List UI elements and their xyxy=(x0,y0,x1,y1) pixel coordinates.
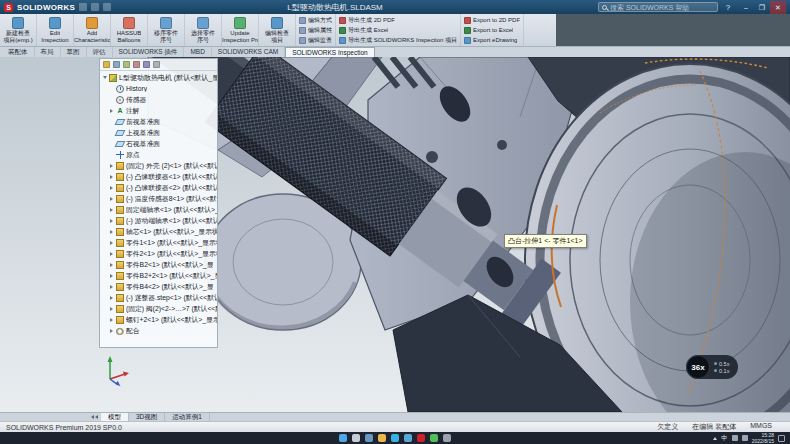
tree-item[interactable]: 螺钉+2<1> (默认<<默认>_显示状 xyxy=(102,314,217,325)
document-tab[interactable]: 运动算例1 xyxy=(165,413,210,421)
ribbon-small-button[interactable]: 导出生成 Excel xyxy=(339,26,457,35)
tree-item[interactable]: 配合 xyxy=(102,325,217,336)
tree-item[interactable]: 原点 xyxy=(102,149,217,160)
ribbon-small-button[interactable]: Export to Excel xyxy=(464,26,520,35)
volume-icon[interactable] xyxy=(732,435,738,441)
ribbon-tab[interactable]: SOLIDWORKS 插件 xyxy=(113,47,185,57)
ribbon-button[interactable]: HASSUB Balloons xyxy=(111,14,148,46)
expand-icon[interactable] xyxy=(110,219,113,223)
ribbon-small-button[interactable]: 导出生成 2D PDF xyxy=(339,16,457,25)
ribbon-small-button[interactable]: 导出生成 SOLIDWORKS Inspection 项目 xyxy=(339,36,457,45)
collapse-icon[interactable] xyxy=(103,76,107,79)
tree-item[interactable]: 固定端轴承<1> (默认<<默认>_显示状 xyxy=(102,204,217,215)
tree-item[interactable]: (-) 凸缘联接器<1> (默认<<默认>_显 xyxy=(102,171,217,182)
open-document-icon[interactable] xyxy=(91,3,99,11)
tree-item[interactable]: 传感器 xyxy=(102,94,217,105)
ribbon-button[interactable]: 编辑检查 项目 xyxy=(259,14,296,46)
tray-chevron-icon[interactable] xyxy=(713,437,717,440)
help-button[interactable]: ? xyxy=(722,3,734,12)
wechat-icon[interactable] xyxy=(430,434,438,442)
tree-item[interactable]: (-) 迷整器.step<1> (默认<<默认>_ xyxy=(102,292,217,303)
close-button[interactable]: ✕ xyxy=(770,1,786,14)
ribbon-tab[interactable]: MBD xyxy=(184,47,211,57)
expand-icon[interactable] xyxy=(110,197,113,201)
expand-icon[interactable] xyxy=(110,252,113,256)
feature-tree-root[interactable]: L型驱动散热电机 (默认<默认_显示状 xyxy=(102,72,217,83)
ribbon-tab[interactable]: 布局 xyxy=(35,47,61,57)
ime-indicator[interactable]: 中 xyxy=(721,432,728,444)
minimize-button[interactable]: – xyxy=(738,1,754,14)
expand-icon[interactable] xyxy=(110,296,113,300)
expand-icon[interactable] xyxy=(110,329,113,333)
ribbon-button[interactable]: 移序零件 序号 xyxy=(148,14,185,46)
expand-icon[interactable] xyxy=(110,241,113,245)
tree-item[interactable]: 上视基准面 xyxy=(102,127,217,138)
ribbon-small-button[interactable]: Export eDrawing xyxy=(464,36,520,45)
ribbon-tab[interactable]: 装配体 xyxy=(2,47,35,57)
expand-icon[interactable] xyxy=(110,109,113,113)
tree-item[interactable]: 零件B2<1> (默认<<默认>_显 xyxy=(102,259,217,270)
expand-icon[interactable] xyxy=(110,164,113,168)
notification-icon[interactable] xyxy=(778,435,785,442)
displaymanager-icon[interactable] xyxy=(143,61,150,68)
ribbon-small-button[interactable]: 编辑监查 xyxy=(299,36,332,45)
tree-item[interactable]: (-) 凸缘联接器<2> (默认<<默认>_显 xyxy=(102,182,217,193)
maximize-button[interactable]: ❐ xyxy=(754,1,770,14)
tree-item[interactable]: (-) 温度传感器8<1> (默认<<默认>_ xyxy=(102,193,217,204)
solidworks-icon[interactable] xyxy=(417,434,425,442)
expand-icon[interactable] xyxy=(110,285,113,289)
start-icon[interactable] xyxy=(339,434,347,442)
search-icon[interactable] xyxy=(352,434,360,442)
tray-clock[interactable]: 15:28 2022/8/15 xyxy=(752,433,774,444)
tree-item[interactable]: 前视基准面 xyxy=(102,116,217,127)
expand-icon[interactable] xyxy=(110,307,113,311)
tree-item[interactable]: (固定) 阀(2)<2->…>7 (默认<<默认> xyxy=(102,303,217,314)
expand-icon[interactable] xyxy=(110,230,113,234)
ribbon-button[interactable]: Edit Inspection xyxy=(37,14,74,46)
ribbon-tab[interactable]: 草图 xyxy=(61,47,87,57)
edge-browser-icon[interactable] xyxy=(391,434,399,442)
dimxpertmanager-icon[interactable] xyxy=(133,61,140,68)
ribbon-small-button[interactable]: Export to 2D PDF xyxy=(464,16,520,25)
tree-item[interactable]: (-) 游动端轴承<1> (默认<<默认>_显 xyxy=(102,215,217,226)
expand-icon[interactable] xyxy=(110,175,113,179)
file-explorer-icon[interactable] xyxy=(378,434,386,442)
ribbon-tab[interactable]: SOLIDWORKS Inspection xyxy=(285,47,375,57)
task-view-icon[interactable] xyxy=(365,434,373,442)
expand-icon[interactable] xyxy=(110,274,113,278)
document-tab[interactable]: 3D视图 xyxy=(129,413,165,421)
new-document-icon[interactable] xyxy=(79,3,87,11)
search-input[interactable] xyxy=(610,4,714,11)
microsoft-store-icon[interactable] xyxy=(404,434,412,442)
ribbon-button[interactable]: Update Inspection Project xyxy=(222,14,259,46)
tree-item[interactable]: 零件B4<2> (默认<<默认>_显 xyxy=(102,281,217,292)
ribbon-tab[interactable]: SOLIDWORKS CAM xyxy=(212,47,285,57)
ribbon-button[interactable]: Add Characteristic xyxy=(74,14,111,46)
tab-scroll-icons[interactable] xyxy=(88,413,101,421)
tree-item[interactable]: 注解 xyxy=(102,105,217,116)
ribbon-button[interactable]: 新建检查 项目(emp.) xyxy=(0,14,37,46)
tree-item[interactable]: 零件1<1> (默认<<默认>_显示状态 xyxy=(102,237,217,248)
tree-item[interactable]: (固定) 外壳 (2)<1> (默认<<默认>_显示状 xyxy=(102,160,217,171)
expand-icon[interactable] xyxy=(110,186,113,190)
tree-item[interactable]: 零件2<1> (默认<<默认>_显示状态 xyxy=(102,248,217,259)
propertymanager-icon[interactable] xyxy=(113,61,120,68)
document-tab[interactable]: 模型 xyxy=(101,413,129,421)
tree-item[interactable]: 零件B2+2<1> (默认<<默认>_显 xyxy=(102,270,217,281)
ribbon-small-button[interactable]: 编辑属性 xyxy=(299,26,332,35)
configurationmanager-icon[interactable] xyxy=(123,61,130,68)
ribbon-small-button[interactable]: 编辑方式 xyxy=(299,16,332,25)
help-search[interactable] xyxy=(598,2,718,12)
expand-icon[interactable] xyxy=(110,263,113,267)
ribbon-tab[interactable]: 评估 xyxy=(87,47,113,57)
network-icon[interactable] xyxy=(742,435,748,441)
ribbon-button[interactable]: 选择零件 序号 xyxy=(185,14,222,46)
tree-item[interactable]: History xyxy=(102,83,217,94)
save-document-icon[interactable] xyxy=(103,3,111,11)
tree-item[interactable]: 右视基准面 xyxy=(102,138,217,149)
settings-icon[interactable] xyxy=(443,434,451,442)
featuremanager-tree-icon[interactable] xyxy=(103,61,110,68)
expand-icon[interactable] xyxy=(110,318,113,322)
expand-icon[interactable] xyxy=(110,208,113,212)
tree-item[interactable]: 轴芯<1> (默认<<默认>_显示状态 xyxy=(102,226,217,237)
